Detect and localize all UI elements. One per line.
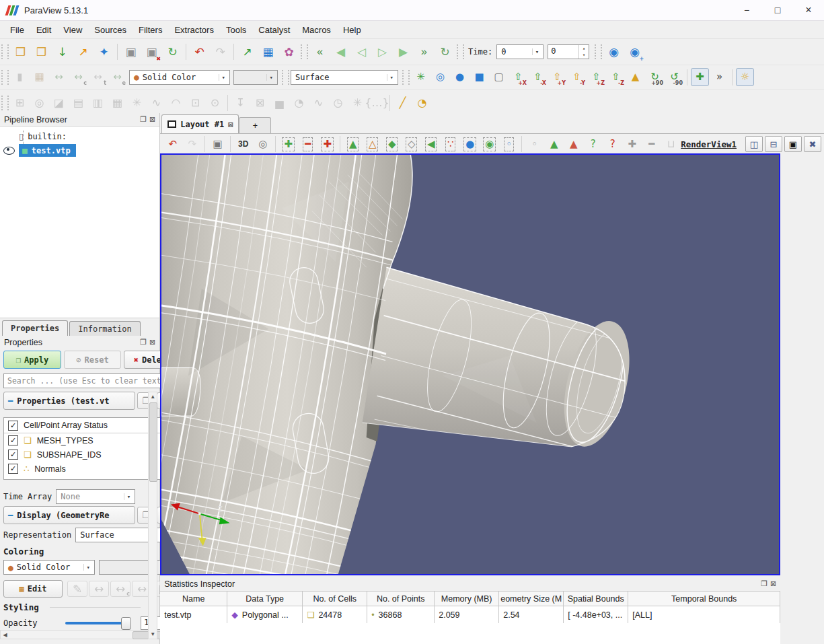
column-header[interactable]: Temporal Bounds bbox=[628, 592, 780, 606]
disconnect-server-button[interactable]: ▣✖ bbox=[142, 42, 161, 62]
table-cell-spatial_bounds[interactable]: [ -4.48e+03, ... bbox=[564, 606, 628, 624]
time-frame-spinner[interactable]: 0 ▴▾ bbox=[548, 44, 589, 59]
menu-help[interactable]: Help bbox=[337, 23, 367, 37]
split-horizontal-button[interactable]: ◫ bbox=[745, 136, 763, 152]
minimize-button[interactable]: − bbox=[731, 0, 762, 20]
color-palette-button[interactable]: ✿ bbox=[279, 42, 299, 62]
connect-server-button[interactable]: ▣ bbox=[121, 42, 141, 62]
shrink-selection-button[interactable]: ▲ bbox=[564, 135, 583, 153]
undo-button[interactable]: ↶ bbox=[190, 42, 209, 62]
column-header[interactable]: No. of Points bbox=[367, 592, 435, 606]
array-item-checkbox[interactable]: ✓ bbox=[8, 450, 18, 460]
toggle-axes-visibility-button[interactable]: ✚ bbox=[691, 68, 709, 86]
add-selection-button[interactable]: ✚ bbox=[623, 135, 641, 153]
tab-information[interactable]: Information bbox=[69, 321, 140, 336]
next-frame-button[interactable]: ▶ bbox=[394, 42, 413, 62]
float-panel-icon[interactable]: ❐ bbox=[140, 338, 147, 347]
chevron-down-icon[interactable]: ▾ bbox=[532, 48, 541, 55]
rotate-90-clockwise-button[interactable]: ↻+90 bbox=[646, 68, 664, 86]
table-cell-geometry_size[interactable]: 2.54 bbox=[499, 606, 564, 624]
view-minus-x-button[interactable]: ⇧-X bbox=[529, 68, 547, 86]
render-view-name[interactable]: RenderView1 bbox=[681, 139, 737, 149]
view-minus-z-button[interactable]: ⇧-Z bbox=[607, 68, 625, 86]
table-cell-data_type[interactable]: ◆Polygonal ... bbox=[227, 606, 303, 624]
menu-edit[interactable]: Edit bbox=[30, 23, 57, 37]
render-viewport[interactable]: Z bbox=[160, 153, 780, 575]
split-vertical-button[interactable]: ⊟ bbox=[765, 136, 782, 152]
select-surface-cells-button[interactable]: ▲ bbox=[344, 135, 362, 153]
previous-frame-button[interactable]: ◀ bbox=[331, 42, 350, 62]
zoom-to-box-button[interactable]: ▢ bbox=[490, 68, 508, 86]
pipeline-item-builtin[interactable]: ▯ builtin: bbox=[0, 129, 159, 143]
first-frame-button[interactable]: « bbox=[310, 42, 330, 62]
opacity-slider[interactable] bbox=[65, 622, 127, 624]
column-header[interactable]: eometry Size (M bbox=[499, 592, 564, 606]
table-cell-points[interactable]: •36868 bbox=[367, 606, 435, 624]
reset-camera-button[interactable]: ✳ bbox=[412, 68, 430, 86]
slider-handle[interactable] bbox=[121, 617, 131, 630]
zoom-to-data-button[interactable]: ◎ bbox=[431, 68, 449, 86]
selection-colors-button[interactable]: ▦ bbox=[258, 42, 278, 62]
expand-toolbar-button[interactable]: » bbox=[710, 68, 728, 86]
column-header[interactable]: Spatial Bounds bbox=[564, 592, 628, 606]
select-frustum-points-button[interactable]: ◇ bbox=[402, 135, 420, 153]
interactive-select-cells-button[interactable]: ◉ bbox=[480, 135, 498, 153]
grow-selection-button[interactable]: ▲ bbox=[545, 135, 563, 153]
color-by-combo[interactable]: ● Solid Color ▾ bbox=[129, 70, 230, 85]
menu-extractors[interactable]: Extractors bbox=[168, 23, 220, 37]
visibility-eye-icon[interactable] bbox=[3, 147, 15, 155]
select-polygon-cells-button[interactable]: ◀ bbox=[422, 135, 440, 153]
render-scene[interactable]: Z bbox=[161, 155, 779, 574]
column-header[interactable]: Memory (MB) bbox=[435, 592, 499, 606]
array-item-checkbox[interactable]: ✓ bbox=[8, 464, 18, 474]
loop-button[interactable]: ↻ bbox=[435, 42, 455, 62]
array-item-checkbox[interactable]: ✓ bbox=[8, 435, 18, 445]
maximize-button[interactable]: □ bbox=[762, 0, 793, 20]
save-data-button[interactable]: ↓ bbox=[52, 42, 72, 62]
spin-up-icon[interactable]: ▴ bbox=[579, 45, 589, 52]
save-screenshot-button[interactable]: ▣ bbox=[209, 135, 227, 153]
column-header[interactable]: Data Type bbox=[227, 592, 303, 606]
float-panel-icon[interactable]: ❐ bbox=[140, 115, 147, 124]
spin-down-icon[interactable]: ▾ bbox=[579, 52, 589, 59]
array-status-checkbox[interactable]: ✓ bbox=[8, 421, 18, 431]
auto-apply-button[interactable]: ↗ bbox=[237, 42, 257, 62]
chevron-down-icon[interactable]: ▾ bbox=[124, 493, 133, 500]
tab-layout-1[interactable]: Layout #1 ⊠ bbox=[161, 114, 239, 133]
table-cell-name[interactable]: test.vtp bbox=[160, 606, 227, 624]
scroll-down-icon[interactable]: ▼ bbox=[149, 630, 157, 639]
menu-macros[interactable]: Macros bbox=[296, 23, 337, 37]
menu-file[interactable]: File bbox=[4, 23, 30, 37]
camera-undo-button[interactable]: ↶ bbox=[163, 135, 182, 153]
pipeline-item-testvtp[interactable]: ■ test.vtp bbox=[0, 143, 159, 157]
query-points-button[interactable]: ? bbox=[603, 135, 622, 153]
tab-close-icon[interactable]: ⊠ bbox=[228, 120, 233, 129]
interactive-select-points-button[interactable]: ◦ bbox=[500, 135, 518, 153]
chevron-down-icon[interactable]: ▾ bbox=[387, 74, 396, 81]
adjust-camera-button[interactable]: ◎ bbox=[254, 135, 272, 153]
select-block-button[interactable]: ● bbox=[461, 135, 479, 153]
toggle-fullscreen-button[interactable]: ↗ bbox=[73, 42, 93, 62]
capture-screenshot-button[interactable]: ◉+ bbox=[625, 42, 644, 62]
query-cells-button[interactable]: ? bbox=[584, 135, 602, 153]
scroll-left-icon[interactable]: ◀ bbox=[1, 631, 9, 639]
maximize-view-button[interactable]: ▣ bbox=[784, 136, 802, 152]
chevron-down-icon[interactable]: ▾ bbox=[83, 564, 93, 571]
view-plus-x-button[interactable]: ⇧+X bbox=[509, 68, 527, 86]
menu-tools[interactable]: Tools bbox=[220, 23, 252, 37]
protractor-button[interactable]: ◔ bbox=[413, 94, 431, 112]
table-cell-cells[interactable]: ❏24478 bbox=[303, 606, 367, 624]
menu-sources[interactable]: Sources bbox=[88, 23, 133, 37]
edit-color-map-button[interactable]: ▦ Edit bbox=[3, 580, 63, 598]
apply-button[interactable]: ❒ Apply bbox=[3, 351, 61, 369]
ruler-button[interactable]: ╱ bbox=[394, 94, 412, 112]
select-cells-on-button[interactable]: ✚ bbox=[279, 135, 297, 153]
tab-properties[interactable]: Properties bbox=[2, 320, 68, 336]
play-forward-button[interactable]: ▷ bbox=[373, 42, 392, 62]
time-value-combo[interactable]: 0 ▾ bbox=[496, 44, 544, 59]
table-cell-temporal_bounds[interactable]: [ALL] bbox=[628, 606, 780, 624]
close-panel-icon[interactable]: ⊠ bbox=[149, 338, 155, 347]
paraview-filter-button[interactable]: ✦ bbox=[94, 42, 114, 62]
open-file-button[interactable]: ❒ bbox=[11, 42, 30, 62]
reset-camera-closest-button[interactable]: ● bbox=[451, 68, 469, 86]
